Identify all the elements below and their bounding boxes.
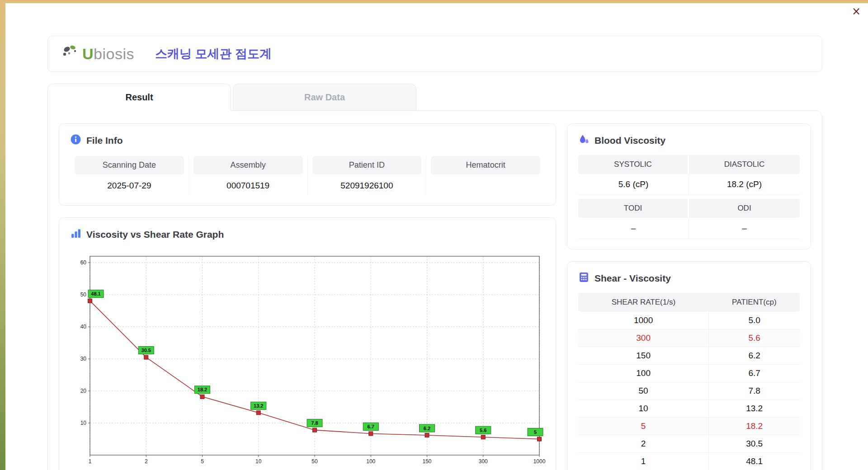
shear-rate-column-header: SHEAR RATE(1/s) [578,293,709,312]
ubiosis-logo: Ubiosis [61,44,134,64]
bar-chart-icon [70,228,81,241]
svg-text:50: 50 [311,458,318,465]
field-value [431,174,540,195]
table-row: 1013.2 [578,400,800,418]
shear-rate-cell: 2 [578,435,709,453]
patient-cell: 7.8 [709,382,800,400]
patient-cell: 6.7 [709,365,800,382]
graph-title: Viscosity vs Shear Rate Graph [86,229,224,240]
table-row: 1506.2 [578,347,800,365]
svg-text:10: 10 [80,420,87,426]
svg-text:30: 30 [80,356,87,362]
field-assembly: Assembly 000701519 [189,156,308,195]
patient-cell: 13.2 [709,400,800,418]
svg-text:48.1: 48.1 [91,291,100,296]
svg-text:150: 150 [422,458,431,465]
odi-header: ODI [689,199,800,218]
field-scanning-date: Scanning Date 2025-07-29 [70,156,189,195]
shear-rate-cell: 10 [578,400,709,418]
svg-text:2: 2 [145,458,148,465]
tab-bar: Result Raw Data [47,84,822,111]
shear-viscosity-card: Shear - Viscosity SHEAR RATE(1/s) PATIEN… [567,261,811,470]
shear-viscosity-table: SHEAR RATE(1/s) PATIENT(cp) 10005.03005.… [578,293,800,470]
info-icon [70,134,81,147]
table-row: 518.2 [578,418,800,435]
systolic-header: SYSTOLIC [578,155,689,174]
tab-raw-data[interactable]: Raw Data [233,84,416,111]
field-patient-id: Patient ID 52091926100 [308,156,427,195]
field-value: 2025-07-29 [75,174,184,195]
svg-text:7.8: 7.8 [311,420,318,426]
table-row: 148.1 [578,453,800,470]
app-header: Ubiosis 스캐닝 모세관 점도계 [47,36,822,72]
right-column: Blood Viscosity SYSTOLIC DIASTOLIC 5.6 (… [567,123,811,470]
patient-cell: 5.6 [709,329,800,347]
svg-text:300: 300 [479,458,488,465]
todi-value: – [578,218,689,239]
systolic-value: 5.6 (cP) [578,174,689,195]
svg-text:60: 60 [80,259,87,266]
shear-rate-cell: 150 [578,347,709,365]
field-value: 000701519 [193,174,303,195]
field-label: Patient ID [312,156,422,174]
main-container: Ubiosis 스캐닝 모세관 점도계 Result Raw Data [47,36,822,470]
leaf-logo-icon [61,44,80,64]
diastolic-value: 18.2 (cP) [689,174,800,195]
svg-text:30.5: 30.5 [142,348,151,353]
svg-text:18.2: 18.2 [198,387,207,392]
svg-text:1000: 1000 [533,458,546,465]
shear-rate-cell: 1000 [578,312,709,329]
field-label: Assembly [193,156,303,174]
close-icon[interactable]: × [852,6,861,17]
file-info-card: File Info Scanning Date 2025-07-29 Assem… [59,123,556,206]
svg-text:13.2: 13.2 [254,403,263,409]
svg-text:100: 100 [366,458,375,465]
patient-cell: 30.5 [709,435,800,453]
brand-name: Ubiosis [82,45,134,63]
table-row: 1006.7 [578,365,800,382]
viscosity-chart: 1020304050601251050100150300100048.130.5… [70,248,546,470]
blood-viscosity-card: Blood Viscosity SYSTOLIC DIASTOLIC 5.6 (… [567,123,811,249]
svg-text:5: 5 [534,429,537,435]
todi-header: TODI [578,199,689,218]
table-header-row: SHEAR RATE(1/s) PATIENT(cp) [578,293,800,312]
svg-text:10: 10 [255,458,262,465]
shear-viscosity-body: 10005.03005.61506.21006.7507.81013.2518.… [578,312,800,470]
table-row: 230.5 [578,435,800,453]
droplet-icon [578,134,590,147]
file-info-fields: Scanning Date 2025-07-29 Assembly 000701… [70,156,545,195]
patient-cell: 6.2 [709,347,800,365]
svg-text:5: 5 [201,458,204,465]
table-row: 507.8 [578,382,800,400]
blood-viscosity-title: Blood Viscosity [594,135,665,146]
field-hematocrit: Hematocrit [426,156,545,195]
page-title: 스캐닝 모세관 점도계 [155,46,272,62]
patient-column-header: PATIENT(cp) [709,293,800,312]
patient-cell: 48.1 [709,453,800,470]
file-info-title: File Info [86,135,123,146]
svg-text:6.7: 6.7 [368,424,374,429]
tab-result[interactable]: Result [47,84,231,111]
calculator-icon [578,272,590,285]
shear-rate-cell: 5 [578,418,709,435]
shear-rate-cell: 1 [578,453,709,470]
shear-viscosity-title: Shear - Viscosity [594,273,671,284]
svg-text:50: 50 [80,291,87,298]
svg-text:6.2: 6.2 [424,426,430,431]
svg-text:1: 1 [89,458,92,465]
graph-card: Viscosity vs Shear Rate Graph 1020304050… [59,217,556,470]
result-panel: File Info Scanning Date 2025-07-29 Assem… [47,110,822,470]
table-row: 10005.0 [578,312,800,329]
odi-value: – [689,218,800,239]
patient-cell: 18.2 [709,418,800,435]
svg-text:20: 20 [80,388,87,394]
table-row: 3005.6 [578,329,800,347]
svg-text:40: 40 [80,324,87,330]
app-window: × Ubiosis 스캐닝 모세관 점도계 Result [5,3,868,470]
field-label: Scanning Date [75,156,184,174]
viscosity-chart-area: 1020304050601251050100150300100048.130.5… [70,248,545,470]
blood-viscosity-grid: SYSTOLIC DIASTOLIC 5.6 (cP) 18.2 (cP) TO… [578,155,800,239]
diastolic-header: DIASTOLIC [689,155,800,174]
patient-cell: 5.0 [709,312,800,329]
field-value: 52091926100 [312,174,422,195]
